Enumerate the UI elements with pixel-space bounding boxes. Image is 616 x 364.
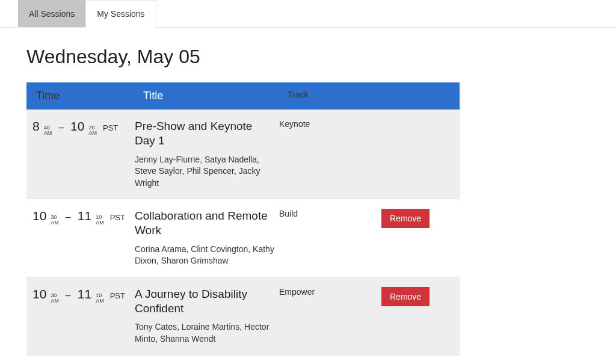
track-cell: Keynote bbox=[279, 119, 381, 189]
title-cell: Collaboration and Remote WorkCorina Aram… bbox=[135, 209, 279, 267]
end-min-ampm: 10AM bbox=[96, 215, 104, 226]
table-row: 1030AM–1110AMPSTCollaboration and Remote… bbox=[26, 199, 460, 277]
start-min-ampm: 30AM bbox=[51, 215, 59, 226]
header-track: Track bbox=[279, 82, 381, 110]
timezone: PST bbox=[110, 213, 125, 222]
time-dash: – bbox=[66, 290, 71, 301]
tabs-bar: All Sessions My Sessions bbox=[0, 0, 616, 28]
session-speakers: Jenny Lay-Flurrie, Satya Nadella, Steve … bbox=[135, 154, 274, 190]
schedule-table: Time Title Track 840AM–1020AMPSTPre-Show… bbox=[26, 82, 460, 364]
time-dash: – bbox=[66, 212, 71, 223]
start-hour: 8 bbox=[32, 119, 40, 134]
time-dash: – bbox=[58, 122, 64, 133]
end-min-ampm: 10AM bbox=[96, 293, 104, 304]
content-area: Wednesday, May 05 Time Title Track 840AM… bbox=[0, 28, 616, 364]
action-cell bbox=[381, 119, 460, 189]
tab-all-sessions[interactable]: All Sessions bbox=[18, 0, 85, 27]
table-header: Time Title Track bbox=[26, 82, 460, 110]
header-action bbox=[381, 82, 460, 110]
header-time: Time bbox=[26, 82, 135, 110]
time-cell: 1030AM–1110AMPST bbox=[26, 209, 135, 267]
session-title[interactable]: Pre-Show and Keynote Day 1 bbox=[135, 119, 274, 148]
action-cell: Remove bbox=[381, 209, 460, 267]
header-title: Title bbox=[135, 82, 279, 110]
track-cell: Build bbox=[279, 209, 381, 267]
title-cell: A Journey to Disability ConfidentTony Ca… bbox=[135, 287, 279, 345]
time-cell: 840AM–1020AMPST bbox=[26, 119, 135, 189]
remove-button[interactable]: Remove bbox=[381, 287, 430, 306]
timezone: PST bbox=[110, 291, 125, 300]
end-hour: 11 bbox=[78, 209, 91, 223]
action-cell: Remove bbox=[381, 287, 460, 345]
end-min-ampm: 20AM bbox=[88, 125, 97, 136]
session-title[interactable]: Collaboration and Remote Work bbox=[135, 209, 274, 238]
session-speakers: Corina Arama, Clint Covington, Kathy Dix… bbox=[135, 244, 274, 267]
tab-my-sessions[interactable]: My Sessions bbox=[85, 0, 156, 28]
table-row: 1030AM–1110AMPSTA Journey to Disability … bbox=[26, 277, 460, 356]
end-hour: 10 bbox=[70, 119, 84, 134]
timezone: PST bbox=[103, 123, 118, 132]
day-heading: Wednesday, May 05 bbox=[26, 46, 598, 68]
start-min-ampm: 30AM bbox=[51, 293, 59, 304]
table-row: 1030AM–1110AMPST3 Years of AIImagineRemo… bbox=[26, 356, 460, 364]
remove-button[interactable]: Remove bbox=[381, 209, 430, 228]
session-title[interactable]: A Journey to Disability Confident bbox=[135, 287, 274, 316]
end-hour: 11 bbox=[78, 287, 91, 301]
table-row: 840AM–1020AMPSTPre-Show and Keynote Day … bbox=[26, 110, 460, 199]
start-hour: 10 bbox=[32, 287, 46, 301]
start-hour: 10 bbox=[32, 209, 46, 223]
title-cell: Pre-Show and Keynote Day 1Jenny Lay-Flur… bbox=[135, 119, 279, 189]
start-min-ampm: 40AM bbox=[44, 125, 52, 136]
time-cell: 1030AM–1110AMPST bbox=[26, 287, 135, 345]
session-speakers: Tony Cates, Loraine Martins, Hector Mint… bbox=[135, 321, 274, 345]
track-cell: Empower bbox=[279, 287, 381, 345]
